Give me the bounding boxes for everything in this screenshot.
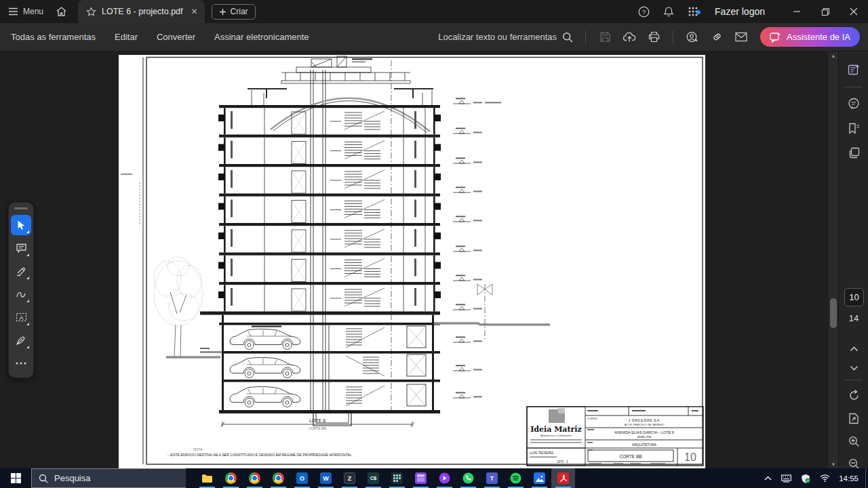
page-thumbnails-button[interactable] — [844, 142, 864, 163]
chevron-down-icon — [850, 365, 859, 371]
home-icon — [56, 6, 67, 17]
pdf-page[interactable]: LOTE 6 CORTE BB NOTA – ESTE EDIFICIO DES… — [119, 55, 705, 468]
chrome-icon — [225, 472, 237, 484]
firm-name: Ideia Matriz — [530, 425, 582, 434]
help-button[interactable]: ? — [631, 6, 656, 18]
link-icon — [711, 31, 723, 43]
search-icon — [562, 32, 573, 43]
start-button[interactable] — [0, 468, 31, 488]
highlight-tool[interactable] — [11, 261, 31, 281]
tab-title: LOTE 6 - projecto.pdf — [102, 7, 183, 16]
comment-icon — [16, 243, 27, 253]
spotify-app[interactable] — [504, 468, 528, 488]
chrome-app-1[interactable] — [219, 468, 243, 488]
find-text-label: Localizar texto ou ferramentas — [438, 32, 557, 42]
tab-close-icon[interactable]: ✕ — [191, 7, 198, 16]
zoom-in-button[interactable] — [844, 431, 864, 451]
email-button[interactable] — [730, 27, 752, 47]
ai-assistant-button[interactable]: Assistente de IA — [760, 27, 860, 47]
save-button[interactable] — [594, 27, 616, 47]
fill-sign-tool[interactable] — [11, 330, 31, 350]
cs-app[interactable]: C$ — [361, 468, 385, 488]
star-icon[interactable] — [86, 7, 96, 17]
esign-tab[interactable]: Assinar eletronicamente — [214, 32, 309, 42]
edit-tab[interactable]: Editar — [115, 32, 138, 42]
clapper-app[interactable] — [409, 468, 433, 488]
bookmark-icon — [848, 123, 860, 134]
comment-tool[interactable] — [11, 238, 31, 258]
dark-app[interactable]: Z — [338, 468, 361, 488]
taskbar-search[interactable] — [31, 468, 186, 488]
whatsapp-app[interactable] — [456, 468, 480, 488]
grid-app[interactable] — [385, 468, 409, 488]
sign-in-button[interactable]: Fazer logon — [715, 6, 765, 17]
share-link-button[interactable] — [706, 27, 728, 47]
search-icon — [39, 474, 48, 483]
file-explorer-app[interactable] — [195, 468, 219, 488]
notification-dot — [696, 10, 701, 14]
fit-page-button[interactable] — [844, 408, 864, 428]
zoom-out-button[interactable] — [844, 453, 864, 468]
chrome-app-3[interactable] — [267, 468, 290, 488]
title-block: Ideia Matriz Arquitectura e Urbanismo LU… — [527, 407, 703, 466]
comments-panel-button[interactable] — [844, 94, 864, 114]
quick-tools-panel: A — [8, 202, 34, 378]
bookmarks-panel-button[interactable] — [844, 118, 864, 138]
outlook-app[interactable]: O — [290, 468, 314, 488]
select-tool[interactable] — [11, 215, 31, 235]
next-page-button[interactable] — [844, 358, 864, 378]
sheet-title: CORTE BB — [619, 454, 642, 459]
minimize-button[interactable] — [783, 0, 811, 23]
dark-app-icon: Z — [344, 472, 355, 484]
cloud-upload-icon — [623, 31, 636, 43]
add-reviewer-button[interactable] — [682, 27, 703, 47]
taskbar-search-input[interactable] — [54, 473, 156, 483]
security-tray-button[interactable] — [796, 468, 815, 488]
find-text-button[interactable]: Localizar texto ou ferramentas — [438, 32, 573, 43]
convert-tab[interactable]: Converter — [157, 32, 195, 42]
draw-tool[interactable] — [11, 284, 31, 304]
scroll-up-arrow[interactable]: ▲ — [829, 52, 838, 60]
bell-icon — [663, 6, 674, 18]
home-button[interactable] — [56, 6, 67, 17]
chrome-app-2[interactable] — [243, 468, 267, 488]
share-upload-button[interactable] — [618, 27, 640, 47]
drag-handle[interactable] — [14, 207, 28, 209]
folder-icon — [201, 474, 213, 483]
author: LUIS TEIXEIRA — [530, 451, 554, 455]
show-desktop-button[interactable] — [865, 468, 868, 488]
ref-number: 1975 - 3 — [557, 460, 568, 464]
close-button[interactable] — [840, 0, 868, 23]
printer-icon — [648, 31, 660, 43]
main-toolbar: Todas as ferramentas Editar Converter As… — [0, 23, 868, 52]
teams-app[interactable]: T — [480, 468, 504, 488]
photos-app[interactable] — [528, 468, 551, 488]
all-tools-tab[interactable]: Todas as ferramentas — [11, 32, 96, 42]
select-text-tool[interactable]: A — [11, 307, 31, 327]
touch-keyboard-button[interactable] — [776, 468, 796, 488]
scrollbar-thumb[interactable] — [830, 298, 837, 328]
create-button[interactable]: Criar — [212, 4, 256, 20]
scroll-down-arrow[interactable]: ▼ — [829, 460, 838, 468]
menu-button[interactable]: Menu — [8, 0, 43, 23]
right-rail: 10 14 — [838, 52, 868, 468]
taskbar-clock[interactable]: 14:55 — [835, 474, 865, 483]
acrobat-app[interactable] — [551, 468, 575, 488]
media-player-app[interactable] — [433, 468, 456, 488]
apps-grid-button[interactable] — [681, 6, 705, 17]
word-app[interactable]: W — [314, 468, 338, 488]
document-workspace: LOTE 6 CORTE BB NOTA – ESTE EDIFICIO DES… — [0, 52, 868, 468]
tray-expand-button[interactable] — [760, 468, 776, 488]
previous-page-button[interactable] — [844, 339, 864, 359]
restore-button[interactable] — [811, 0, 840, 23]
vertical-scrollbar[interactable]: ▲ ▼ — [829, 52, 838, 468]
cs-icon: C$ — [368, 472, 379, 484]
wifi-tray-button[interactable] — [815, 468, 835, 488]
print-button[interactable] — [643, 27, 665, 47]
ai-panel-button[interactable] — [844, 60, 864, 80]
rotate-page-button[interactable] — [844, 385, 864, 405]
current-page-field[interactable]: 10 — [844, 288, 864, 306]
more-tools[interactable] — [11, 353, 31, 373]
notifications-button[interactable] — [656, 6, 681, 18]
document-tab[interactable]: LOTE 6 - projecto.pdf ✕ — [78, 0, 205, 23]
